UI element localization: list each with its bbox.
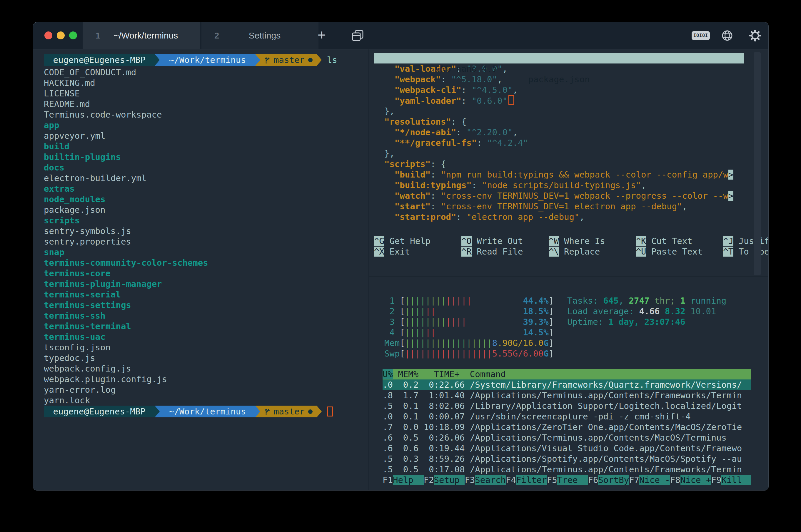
file-item: scripts — [44, 215, 379, 226]
git-branch-icon — [264, 407, 270, 416]
htop-fkey-row[interactable]: F1Help F2Setup F3SearchF4FilterF5Tree F6… — [383, 475, 751, 485]
process-row[interactable]: .0 0.1 0:00.07 /usr/sbin/screencapture -… — [383, 411, 751, 422]
meter-row: Swp[|||||||||||||||||5.55G/6.00G] — [384, 348, 554, 359]
file-item: terminus-ssh — [44, 310, 379, 321]
htop-info-line: Tasks: 645, 2747 thr; 1 running — [567, 296, 726, 306]
file-item: webpack.plugin.config.js — [44, 374, 379, 384]
nano-editor: GNU nano 4.5 package.json "val-loader": … — [374, 53, 756, 257]
process-row[interactable]: .6 0.5 0:26.06 /Applications/Terminus.ap… — [383, 432, 751, 443]
prompt-git-segment: master — [260, 54, 317, 66]
terminus-window: 1 ~/Work/terminus 2 Settings + IOIOI — [33, 22, 769, 491]
htop-summary: Tasks: 645, 2747 thr; 1 runningLoad aver… — [567, 296, 726, 327]
shell-pane[interactable]: eugene@Eugenes-MBP ~/Work/terminus maste… — [33, 50, 379, 490]
new-window-icon[interactable] — [349, 30, 368, 42]
ls-output: CODE_OF_CONDUCT.mdHACKING.mdLICENSEREADM… — [44, 67, 379, 405]
nano-line: "start": "cross-env TERMINUS_DEV=1 elect… — [374, 201, 756, 212]
powerline-arrow-icon — [155, 54, 160, 66]
process-row[interactable]: .7 0.0 10:18.09 /Applications/ZeroTier O… — [383, 422, 751, 432]
git-branch-icon — [264, 56, 270, 64]
powerline-arrow-icon — [255, 54, 260, 66]
nano-line: "watch": "cross-env TERMINUS_DEV=1 webpa… — [374, 190, 756, 201]
nano-line: "start:prod": "electron app --debug", — [374, 212, 756, 222]
file-item: terminus-settings — [44, 300, 379, 310]
meter-row: 2 [|||||| 18.5%] — [384, 306, 554, 317]
process-row[interactable]: .0 0.2 0:22.66 /System/Library/Framework… — [383, 379, 751, 390]
tab-index: 1 — [96, 31, 106, 41]
file-item: package.json — [44, 205, 379, 215]
globe-icon[interactable] — [721, 29, 734, 42]
htop-pane: 1 [||||||||||||| 44.4%] 2 [|||||| 18.5%]… — [384, 286, 768, 490]
file-item: terminus-serial — [44, 289, 379, 300]
nano-line: "build": "npm run build:typings && webpa… — [374, 169, 756, 180]
process-row[interactable]: .5 0.3 8:59.26 /Applications/Spotify.app… — [383, 454, 751, 464]
nano-buffer: "val-loader": "3.0.0", "webpack": "^5.18… — [374, 63, 756, 222]
htop-header-row[interactable]: U% MEM% TIME+ Command — [383, 369, 751, 379]
nano-line: "**/graceful-fs": "^4.2.4" — [374, 137, 756, 148]
file-item: yarn.lock — [44, 395, 379, 405]
terminal-area: eugene@Eugenes-MBP ~/Work/terminus maste… — [33, 50, 768, 490]
file-item: sentry.properties — [44, 236, 379, 247]
prompt-user-host: eugene@Eugenes-MBP — [44, 405, 155, 417]
process-row[interactable]: .6 0.6 0:19.44 /Applications/Visual Stud… — [383, 443, 751, 454]
settings-gear-icon[interactable] — [749, 29, 762, 42]
overlapping-windows-icon — [349, 30, 368, 42]
powerline-arrow-icon — [255, 405, 260, 417]
htop-meters: 1 [||||||||||||| 44.4%] 2 [|||||| 18.5%]… — [384, 296, 554, 359]
file-item: snap — [44, 247, 379, 258]
file-item: builtin-plugins — [44, 152, 379, 162]
nano-line: }, — [374, 106, 756, 116]
file-item: sentry-symbols.js — [44, 226, 379, 236]
tab-settings[interactable]: 2 Settings — [201, 22, 318, 49]
git-dirty-dot-icon — [308, 58, 313, 62]
nano-filename: package.json — [374, 74, 744, 84]
meter-row: 3 [|||||||||||| 39.3%] — [384, 317, 554, 327]
serial-port-icon[interactable]: IOIOI — [692, 31, 710, 40]
nano-line: "webpack-cli": "^4.5.0", — [374, 84, 756, 95]
process-row[interactable]: .5 0.5 0:17.08 /Applications/Terminus.ap… — [383, 464, 751, 475]
file-item: typedoc.js — [44, 353, 379, 363]
meter-row: 1 [||||||||||||| 44.4%] — [384, 296, 554, 306]
scrollbar[interactable] — [754, 52, 761, 275]
typed-command: ls — [327, 54, 337, 66]
file-item: electron-builder.yml — [44, 173, 379, 184]
tab-bar: 1 ~/Work/terminus 2 Settings + IOIOI — [33, 22, 768, 50]
file-item: terminus-plugin-manager — [44, 279, 379, 289]
traffic-lights — [33, 22, 82, 49]
pane-divider-horizontal[interactable] — [369, 276, 768, 277]
right-pane[interactable]: GNU nano 4.5 package.json "val-loader": … — [369, 50, 768, 490]
file-item: extras — [44, 184, 379, 194]
process-row[interactable]: .8 1.7 1:01.40 /Applications/Terminus.ap… — [383, 390, 751, 401]
shell-prompt: eugene@Eugenes-MBP ~/Work/terminus maste… — [44, 54, 379, 66]
zoom-window-button[interactable] — [69, 32, 77, 39]
powerline-arrow-icon — [317, 405, 322, 417]
tab-index: 2 — [215, 31, 224, 41]
htop-info-line: Uptime: 1 day, 23:07:46 — [567, 317, 726, 327]
new-tab-button[interactable]: + — [312, 22, 331, 48]
nano-title-bar: GNU nano 4.5 package.json — [374, 53, 744, 63]
htop-function-key-bar: F1Help F2Setup F3SearchF4FilterF5Tree F6… — [383, 475, 751, 485]
file-item: tsconfig.json — [44, 342, 379, 353]
process-row[interactable]: .5 0.1 8:02.06 /Library/Application Supp… — [383, 401, 751, 411]
file-item: terminus-terminal — [44, 321, 379, 331]
nano-line: "build:typings": "node scripts/build-typ… — [374, 180, 756, 190]
file-item: terminus-core — [44, 268, 379, 279]
file-item: yarn-error.log — [44, 384, 379, 395]
file-item: node_modules — [44, 194, 379, 205]
minimize-window-button[interactable] — [57, 32, 65, 39]
nano-shortcut-row: ^X Exit ^R Read File ^\ Replace ^U Paste… — [374, 246, 756, 257]
powerline-arrow-icon — [155, 405, 160, 417]
prompt-path: ~/Work/terminus — [160, 405, 255, 417]
file-item: HACKING.md — [44, 78, 379, 88]
file-item: Terminus.code-workspace — [44, 109, 379, 120]
htop-process-table: U% MEM% TIME+ Command.0 0.2 0:22.66 /Sys… — [383, 369, 751, 475]
close-window-button[interactable] — [44, 32, 52, 39]
file-item: webpack.config.js — [44, 363, 379, 374]
nano-line: "scripts": { — [374, 159, 756, 169]
meter-row: Mem[|||||||||||||||||8.90G/16.0G] — [384, 338, 554, 348]
git-dirty-dot-icon — [308, 410, 313, 414]
nano-shortcut-row: ^G Get Help ^O Write Out ^W Where Is ^K … — [374, 236, 756, 246]
tab-work-terminus[interactable]: 1 ~/Work/terminus — [82, 22, 200, 49]
prompt-git-segment: master — [260, 405, 317, 417]
file-item: build — [44, 141, 379, 152]
shell-prompt: eugene@Eugenes-MBP ~/Work/terminus maste… — [44, 405, 379, 417]
